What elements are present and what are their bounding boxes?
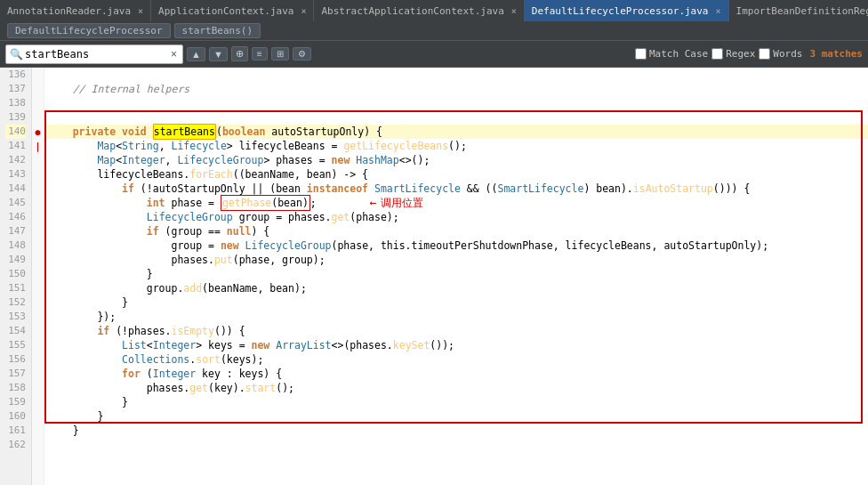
gutter-145 [32, 196, 44, 210]
code-text-146b: group = phases. [233, 210, 332, 224]
line-num-140: 140 [5, 125, 26, 139]
tab-import-bean[interactable]: ImportBeanDefinitionRegistrar... × [729, 0, 868, 21]
breadcrumb-class[interactable]: DefaultLifecycleProcessor [7, 23, 171, 38]
match-startbeans: startBeans [153, 124, 216, 140]
code-line-145: int phase = getPhase(bean); ← 调用位置 [44, 196, 868, 210]
line-num-159: 159 [5, 395, 26, 409]
code-text-155c: > keys = [196, 338, 251, 352]
method-start: start [245, 381, 277, 395]
code-text-143b: ((beanName, bean) -> { [233, 167, 368, 182]
type-list: List [122, 338, 147, 352]
gutter-137 [32, 82, 44, 96]
toolbar-btn-2[interactable]: ⊞ [271, 47, 289, 61]
tab-annotation-reader[interactable]: AnnotationReader.java × [0, 0, 151, 21]
code-text-158a: phases. [48, 381, 189, 395]
code-text-151b: (beanName, bean); [202, 281, 307, 295]
search-next-button[interactable]: ▼ [209, 47, 228, 61]
search-find-button[interactable]: ⊕ [231, 46, 248, 61]
tab-label: AbstractApplicationContext.java [321, 5, 503, 17]
tab-close-icon[interactable]: × [511, 6, 517, 16]
type-lifecyclegroup: LifecycleGroup [177, 153, 263, 167]
method-add: add [183, 281, 202, 295]
type-arraylist: ArrayList [276, 338, 331, 352]
type-map: Map [97, 139, 116, 153]
code-text-142b: < [116, 153, 122, 167]
tab-close-icon[interactable]: × [716, 6, 721, 16]
code-text-146c: (phase); [350, 210, 398, 224]
code-line-153: }); [44, 310, 868, 324]
kw-new: new [332, 153, 357, 167]
method-isautostartup: isAutoStartup [633, 182, 713, 196]
code-line-142: Map<Integer, LifecycleGroup> phases = ne… [44, 153, 868, 167]
line-num-139: 139 [5, 110, 26, 125]
gutter-160 [32, 409, 44, 424]
regex-label: Regex [726, 48, 755, 60]
tab-close-icon[interactable]: × [138, 6, 143, 16]
kw-boolean: boolean [222, 125, 265, 139]
code-line-162 [44, 438, 868, 452]
search-input-wrap: 🔍 × [5, 44, 183, 64]
gutter-154 [32, 324, 44, 338]
code-text-144c: ) bean). [583, 182, 632, 196]
kw-if3: if [48, 324, 116, 338]
code-line-158: phases.get(key).start(); [44, 381, 868, 395]
code-text-140c: autoStartupOnly) { [265, 125, 382, 139]
method-keyset: keySet [393, 338, 430, 352]
red-arrow: ← [370, 196, 377, 210]
search-input[interactable] [25, 48, 167, 61]
search-prev-button[interactable]: ▲ [187, 47, 205, 61]
code-text-145c: ; [310, 196, 317, 210]
code-text-151a: group. [48, 281, 183, 295]
type-hashmap: HashMap [356, 153, 398, 167]
kw-if: if [48, 182, 141, 196]
gutter-161 [32, 424, 44, 438]
line-num-142: 142 [5, 153, 26, 167]
kw-private: private [48, 125, 122, 139]
search-clear-button[interactable]: × [169, 48, 179, 61]
line-num-151: 151 [5, 281, 26, 295]
method-getphase: getPhase [222, 197, 271, 209]
regex-checkbox-wrap[interactable]: Regex [711, 48, 755, 60]
gutter-153 [32, 310, 44, 324]
type-integer2: Integer [153, 338, 196, 352]
toolbar-btn-1[interactable]: ≡ [252, 47, 268, 61]
match-case-checkbox[interactable] [635, 48, 647, 60]
code-line-152: } [44, 295, 868, 310]
type-lifecyclegroup3: LifecycleGroup [245, 238, 332, 253]
gutter-162 [32, 438, 44, 452]
words-checkbox-wrap[interactable]: Words [759, 48, 802, 60]
toolbar-btn-3[interactable]: ⚙ [293, 47, 311, 61]
line-num-141: 141 [5, 139, 26, 153]
regex-checkbox[interactable] [711, 48, 723, 60]
code-line-155: List<Integer> keys = new ArrayList<>(pha… [44, 338, 868, 352]
tab-label: DefaultLifecycleProcessor.java [532, 5, 709, 17]
code-text-160: } [48, 409, 103, 424]
tab-default-lifecycle-processor[interactable]: DefaultLifecycleProcessor.java × [525, 0, 729, 21]
gutter-159 [32, 395, 44, 409]
code-line-140: private void startBeans(boolean autoStar… [44, 125, 868, 139]
gutter-157 [32, 367, 44, 381]
gutter-147 [32, 224, 44, 238]
tab-label: AnnotationReader.java [7, 5, 131, 17]
code-text-161: } [48, 424, 79, 438]
code-text-152: } [48, 295, 128, 310]
code-text-156c: (keys); [221, 352, 263, 367]
line-num-144: 144 [5, 182, 26, 196]
tab-application-context[interactable]: ApplicationContext.java × [151, 0, 314, 21]
type-integer3: Integer [153, 367, 196, 381]
tab-abstract-application-context[interactable]: AbstractApplicationContext.java × [314, 0, 524, 21]
annotation-text: 调用位置 [381, 196, 423, 210]
gutter-138 [32, 96, 44, 110]
line-num-162: 162 [5, 438, 26, 452]
match-case-checkbox-wrap[interactable]: Match Case [635, 48, 708, 60]
tab-close-icon[interactable]: × [301, 6, 306, 16]
gutter-139 [32, 110, 44, 125]
breadcrumb-method[interactable]: startBeans() [174, 23, 261, 38]
line-num-136: 136 [5, 68, 26, 82]
code-text-154b: ()) { [214, 324, 245, 338]
gutter-152 [32, 295, 44, 310]
words-checkbox[interactable] [759, 48, 770, 60]
code-text-156b: . [189, 352, 196, 367]
method-sort: sort [196, 352, 221, 367]
code-text-147b: ) { [252, 224, 270, 238]
